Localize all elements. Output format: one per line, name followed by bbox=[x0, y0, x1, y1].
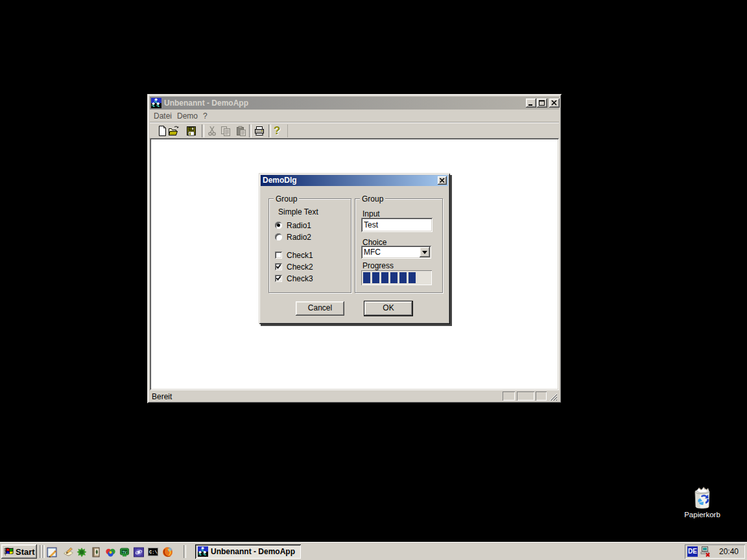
svg-text:TV: TV bbox=[123, 550, 127, 554]
svg-text:C:\: C:\ bbox=[149, 550, 158, 555]
